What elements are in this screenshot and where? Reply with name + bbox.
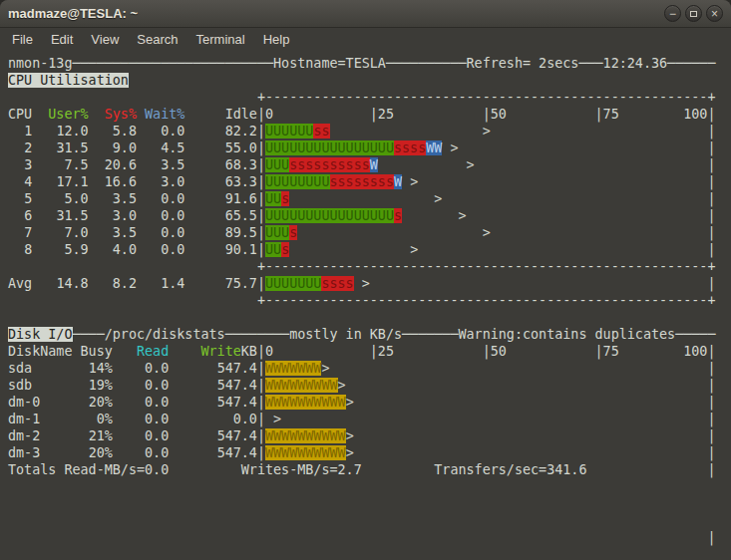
menu-item-view[interactable]: View [82, 30, 128, 49]
peak-marker: > [483, 225, 491, 240]
rule: ────── [667, 56, 715, 71]
terminal-window: madmaze@TESLA: ~ − × File Edit View Sear… [0, 0, 731, 560]
cell-write: 547.4 [217, 361, 257, 376]
terminal-screen[interactable]: nmon-13g─────────────────────────Hostnam… [0, 50, 731, 546]
axis-tick-75: |75 [595, 344, 619, 359]
clock: 12:24.36 [603, 56, 668, 71]
col-header-diskname: DiskName [8, 344, 73, 359]
chart-left-border: | [257, 395, 265, 410]
maximize-button[interactable] [685, 5, 702, 22]
cell-idle: 82.2 [225, 124, 257, 139]
menubar: File Edit View Search Terminal Help [0, 28, 731, 50]
menu-item-help[interactable]: Help [254, 30, 299, 49]
chart-right-border: | [707, 174, 715, 189]
chart-border: +---------------------------------------… [257, 90, 716, 105]
axis-tick-0: |0 [257, 344, 273, 359]
menu-item-search[interactable]: Search [128, 30, 186, 49]
disk-table-header: DiskName Busy Read WriteKB|0 |25 |50 |75… [8, 343, 731, 360]
disk-row-dm-0: dm-0 20% 0.0 547.4|WWWWWWWWWW> | [8, 394, 731, 411]
cell-sys: 4.0 [113, 242, 137, 257]
peak-marker: > [362, 276, 370, 291]
chart-left-border: | [257, 208, 265, 223]
titlebar[interactable]: madmaze@TESLA: ~ − × [0, 0, 731, 28]
close-icon: × [711, 8, 718, 20]
chart-border: +---------------------------------------… [257, 293, 716, 308]
chart-right-border: | [707, 395, 715, 410]
nmon-banner-line: nmon-13g─────────────────────────Hostnam… [8, 55, 731, 72]
blank-line [8, 512, 731, 529]
col-header-kb: KB [241, 344, 257, 359]
totals-label: Totals [8, 462, 56, 477]
cell-read: 0.0 [145, 412, 169, 426]
bar-write-segment: WWWWWWWWWW [265, 428, 346, 443]
axis-tick-100: 100| [683, 107, 715, 122]
bar-sys-segment: s [281, 242, 289, 257]
cell-user: 17.1 [56, 174, 88, 189]
disk-row-dm-2: dm-2 21% 0.0 547.4|WWWWWWWWWW> | [8, 427, 731, 444]
chart-left-border: | [257, 445, 265, 460]
cell-write: 547.4 [217, 395, 257, 410]
chart-right-border: | [707, 157, 715, 172]
chart-right-border: | [707, 208, 715, 223]
cell-diskname: dm-1 [8, 412, 40, 426]
menu-item-file[interactable]: File [3, 30, 42, 49]
cell-sys: 3.5 [113, 225, 137, 240]
cell-user: 7.0 [64, 225, 88, 240]
cell-cpu: 7 [24, 225, 32, 240]
rule: ──────── [225, 327, 290, 342]
chart-left-border: | [257, 124, 265, 139]
bar-sys-segment: ss [313, 124, 329, 139]
chart-right-border: | [707, 361, 715, 376]
peak-marker: > [467, 157, 475, 172]
close-button[interactable]: × [706, 5, 723, 22]
axis-tick-50: |50 [483, 107, 507, 122]
cell-write: 547.4 [217, 428, 257, 443]
blank-line [8, 309, 731, 326]
cpu-row-7: 7 7.0 3.5 0.0 89.5|UUUs > | [8, 224, 731, 241]
cell-user: 31.5 [56, 140, 88, 155]
axis-tick-25: |25 [370, 107, 394, 122]
cpu-row-2: 2 31.5 9.0 4.5 55.0|UUUUUUUUUUUUUUUUssss… [8, 140, 731, 156]
bar-user-segment: UUUUUUUUUUUUUUUU [265, 208, 394, 223]
cell-read: 0.0 [145, 395, 169, 410]
cell-wait: 4.5 [161, 140, 184, 155]
disk-source: /proc/diskstats [105, 327, 225, 342]
blank-line [8, 478, 731, 495]
disk-row-dm-1: dm-1 0% 0.0 0.0| > | [8, 411, 731, 427]
disk-section-title: Disk I/O [8, 327, 73, 342]
cpu-row-3: 3 7.5 20.6 3.5 68.3|UUUssssssssssW > | [8, 156, 731, 173]
bar-user-segment: UUUUUUU [265, 276, 321, 291]
cell-read: 0.0 [145, 445, 169, 460]
chart-border: +---------------------------------------… [257, 259, 716, 274]
minimize-button[interactable]: − [664, 5, 681, 22]
cell-idle: 91.6 [225, 191, 257, 206]
cell-idle: 89.5 [225, 225, 257, 240]
cell-user: 5.9 [64, 242, 88, 257]
bar-wait-segment: WW [426, 140, 442, 155]
bar-user-segment: UUUUUUUUUUUUUUUU [265, 140, 394, 155]
chart-left-border: | [257, 361, 265, 376]
chart-right-border: | [707, 428, 715, 443]
chart-left-border: | [257, 225, 265, 240]
cell-diskname: sda [8, 361, 32, 376]
cell-wait: 0.0 [161, 191, 184, 206]
chart-left-border: | [257, 174, 265, 189]
bar-sys-segment: ssssssss [330, 174, 395, 189]
refresh-interval: Refresh= 2secs [467, 56, 579, 71]
col-header-busy: Busy [81, 344, 113, 359]
menu-item-edit[interactable]: Edit [42, 30, 82, 49]
cell-idle: 65.5 [225, 208, 257, 223]
cell-busy: 19% [89, 378, 113, 393]
cell-wait: 0.0 [161, 124, 184, 139]
chart-right-border: | [707, 124, 715, 139]
axis-tick-50: |50 [483, 344, 507, 359]
cell-idle: 90.1 [225, 242, 257, 257]
cpu-chart-top-border: +---------------------------------------… [8, 89, 731, 106]
totals-write: Writes-MB/s=2.7 [241, 462, 362, 477]
bar-wait-segment: W [394, 174, 402, 189]
chart-left-border: | [257, 412, 265, 426]
menu-item-terminal[interactable]: Terminal [187, 30, 254, 49]
cell-sys: 16.6 [105, 174, 137, 189]
window-title: madmaze@TESLA: ~ [8, 6, 138, 21]
cell-busy: 0% [97, 412, 113, 426]
